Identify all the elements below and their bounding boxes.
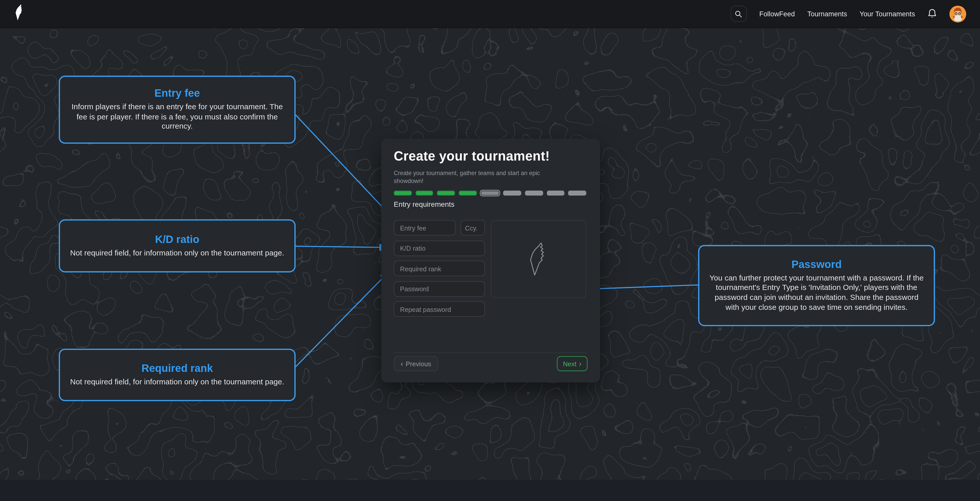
next-button-label: Next	[563, 360, 576, 367]
callout-title: Entry fee	[70, 87, 285, 100]
nav-item-tournaments[interactable]: Tournaments	[807, 10, 847, 17]
progress-segment-7	[525, 191, 543, 196]
chevron-right-icon: ›	[579, 360, 582, 367]
progress-segment-8	[547, 191, 565, 196]
callout-body: Inform players if there is an entry fee …	[70, 103, 285, 132]
nav-item-your-tournaments[interactable]: Your Tournaments	[859, 10, 915, 17]
entry-fee-input[interactable]	[394, 220, 455, 235]
callout-body: You can further protect your tournament …	[710, 274, 924, 313]
modal-subtitle: Create your tournament, gather teams and…	[394, 169, 570, 186]
repeat-password-input[interactable]	[394, 301, 485, 317]
page: FollowFeed Tournaments Your Tournaments	[0, 0, 980, 501]
callout-title: K/D ratio	[70, 234, 285, 246]
callout-body: Not required field, for information only…	[70, 248, 285, 258]
progress-segment-2	[415, 191, 433, 196]
avatar-illustration	[949, 5, 966, 22]
section-label: Entry requirements	[394, 200, 454, 208]
callout-title: Password	[710, 259, 924, 271]
user-avatar[interactable]	[949, 5, 966, 22]
callout-password: Password You can further protect your to…	[698, 245, 935, 326]
notifications-button[interactable]	[928, 9, 937, 19]
required-rank-input[interactable]	[394, 261, 485, 276]
progress-segment-1	[394, 191, 412, 196]
search-button[interactable]	[730, 6, 747, 22]
progress-bar	[394, 190, 586, 196]
callout-title: Required rank	[70, 363, 285, 375]
currency-input[interactable]	[460, 220, 485, 235]
callout-kd-ratio: K/D ratio Not required field, for inform…	[59, 219, 296, 272]
kd-ratio-input[interactable]	[394, 240, 485, 256]
progress-segment-9	[568, 191, 586, 196]
region-map-box	[491, 220, 586, 298]
previous-button-label: Previous	[406, 360, 431, 367]
create-tournament-modal: Create your tournament! Create your tour…	[381, 139, 600, 383]
map-outline-icon	[527, 242, 550, 277]
chevron-left-icon: ‹	[401, 360, 403, 367]
nav-item-followfeed[interactable]: FollowFeed	[759, 10, 795, 17]
progress-segment-5	[480, 191, 500, 196]
callout-body: Not required field, for information only…	[70, 377, 285, 387]
next-button[interactable]: Next ›	[557, 356, 587, 371]
modal-title: Create your tournament!	[394, 149, 550, 164]
progress-segment-4	[459, 191, 477, 196]
form-fields	[394, 220, 485, 317]
previous-button[interactable]: ‹ Previous	[394, 356, 438, 371]
password-input[interactable]	[394, 281, 485, 297]
progress-segment-3	[437, 191, 455, 196]
modal-divider	[394, 353, 586, 353]
callout-required-rank: Required rank Not required field, for in…	[59, 348, 296, 401]
search-icon	[735, 10, 743, 18]
progress-segment-6	[503, 191, 521, 196]
shard-logo-icon	[14, 4, 26, 21]
top-navbar: FollowFeed Tournaments Your Tournaments	[0, 0, 980, 28]
brand-logo[interactable]	[14, 4, 26, 24]
footer-bar	[0, 480, 980, 501]
callout-entry-fee: Entry fee Inform players if there is an …	[59, 76, 296, 144]
bell-icon	[928, 9, 937, 19]
